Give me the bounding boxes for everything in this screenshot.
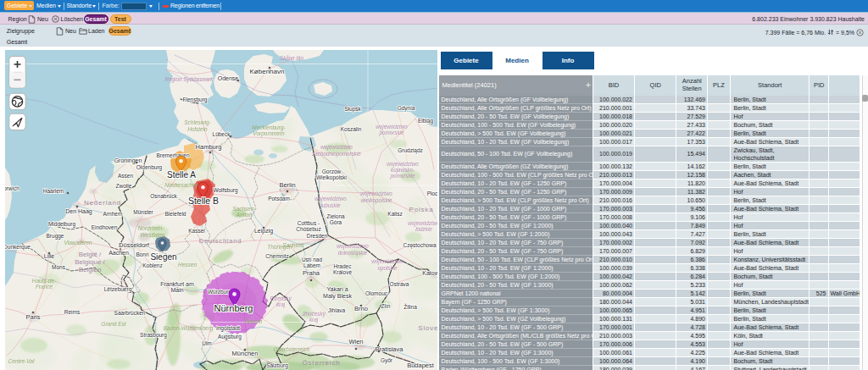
svg-text:België /: België / <box>79 251 102 258</box>
svg-text:Częstochowa: Częstochowa <box>403 242 436 249</box>
svg-text:Nordrhein-: Nordrhein- <box>138 225 165 231</box>
svg-text:Eindhoven: Eindhoven <box>92 224 118 230</box>
svg-text:Schleswig-: Schleswig- <box>184 119 211 126</box>
svg-text:Sloven: Sloven <box>418 324 437 332</box>
svg-text:Chóśebuz: Chóśebuz <box>296 226 320 232</box>
svg-text:Stelle B: Stelle B <box>188 196 219 206</box>
svg-text:łódzkie: łódzkie <box>415 226 432 232</box>
svg-text:Olomouc: Olomouc <box>365 290 388 296</box>
svg-text:Polska: Polska <box>409 206 434 213</box>
svg-text:Brugge: Brugge <box>47 233 64 240</box>
svg-text:Sachsen-: Sachsen- <box>232 206 256 212</box>
svg-text:pomorskie: pomorskie <box>389 173 415 179</box>
svg-text:Wien: Wien <box>348 338 363 345</box>
svg-text:Hessen: Hessen <box>178 262 197 268</box>
svg-text:pomorskie: pomorskie <box>378 130 404 136</box>
svg-text:Niedersachsen: Niedersachsen <box>164 182 202 188</box>
svg-text:Mons: Mons <box>52 264 66 270</box>
svg-text:województwo: województwo <box>320 144 353 151</box>
svg-text:Frankfurt am: Frankfurt am <box>160 281 194 287</box>
svg-text:Würzburg: Würzburg <box>208 289 232 295</box>
svg-text:Den Haag: Den Haag <box>65 208 92 215</box>
svg-text:Wielkopolski: Wielkopolski <box>316 174 347 181</box>
svg-text:København: København <box>250 68 285 75</box>
svg-text:Deutschland: Deutschland <box>199 237 242 245</box>
svg-text:Haarlem: Haarlem <box>43 188 64 194</box>
svg-text:Norwich: Norwich <box>5 185 19 191</box>
svg-text:Region Syddanmark: Region Syddanmark <box>164 76 214 83</box>
svg-text:Słupsk: Słupsk <box>344 106 361 113</box>
svg-text:województwo: województwo <box>337 243 369 250</box>
svg-text:Hradec: Hradec <box>334 263 353 269</box>
svg-text:Westfalen: Westfalen <box>141 232 165 238</box>
svg-text:Sachsen: Sachsen <box>282 242 304 248</box>
svg-text:Yakari a: Yakari a <box>326 286 348 292</box>
svg-text:Bielefeld: Bielefeld <box>165 211 186 217</box>
svg-text:Ingolstadt: Ingolstadt <box>216 325 240 332</box>
svg-text:Düsseldorf: Düsseldorf <box>119 241 150 249</box>
svg-text:Centre-Val: Centre-Val <box>8 358 35 364</box>
svg-text:Oldenburg: Oldenburg <box>136 164 163 171</box>
svg-text:Münster: Münster <box>133 209 153 215</box>
svg-text:Lëtzebuerg: Lëtzebuerg <box>104 286 132 293</box>
svg-text:Grand Est: Grand Est <box>101 321 126 327</box>
svg-text:Jihlava: Jihlava <box>328 307 346 313</box>
svg-text:Płoc: Płoc <box>427 191 437 196</box>
svg-text:Dunkerque: Dunkerque <box>5 244 31 251</box>
svg-text:Budapest: Budapest <box>407 362 435 369</box>
svg-text:Hauts-de-: Hauts-de- <box>32 278 57 284</box>
svg-text:Wolfsburg: Wolfsburg <box>213 187 238 194</box>
svg-text:kraj: kraj <box>276 301 286 308</box>
svg-text:województwo: województwo <box>371 258 403 265</box>
svg-text:Österreich: Österreich <box>303 359 341 367</box>
svg-text:Gdynia: Gdynia <box>398 105 415 112</box>
svg-text:Győr: Győr <box>381 357 393 364</box>
svg-text:Nederland: Nederland <box>84 199 121 207</box>
svg-text:Ulm: Ulm <box>202 340 212 346</box>
svg-text:Zwolle: Zwolle <box>116 183 132 189</box>
svg-text:Belgique /: Belgique / <box>75 258 105 266</box>
svg-text:Oberösterreich: Oberösterreich <box>274 346 310 352</box>
svg-text:dolnośląskie: dolnośląskie <box>338 250 368 257</box>
svg-text:Paris: Paris <box>25 313 40 321</box>
svg-text:Augsburg: Augsburg <box>218 334 242 340</box>
svg-text:Anhalt: Anhalt <box>236 212 253 218</box>
svg-text:Katow: Katow <box>422 270 437 276</box>
svg-text:Gorzów: Gorzów <box>322 168 342 174</box>
svg-text:France: France <box>36 284 53 290</box>
svg-text:Kalisz: Kalisz <box>387 211 402 217</box>
svg-text:Middelburg: Middelburg <box>48 221 76 228</box>
svg-text:opolskie: opolskie <box>377 265 398 272</box>
svg-text:wielkopolskie: wielkopolskie <box>360 197 392 204</box>
svg-text:Arnhem: Arnhem <box>103 211 123 217</box>
svg-text:Cottbus -: Cottbus - <box>298 220 320 226</box>
svg-text:Vlaanderen: Vlaanderen <box>64 240 92 246</box>
svg-text:Strasbourg: Strasbourg <box>140 332 167 339</box>
svg-text:Potsdam: Potsdam <box>268 196 290 202</box>
svg-text:Elbląg: Elbląg <box>418 118 433 124</box>
svg-text:Main: Main <box>170 287 183 293</box>
svg-text:Dresden: Dresden <box>307 233 328 239</box>
svg-text:Grudziądz: Grudziądz <box>398 147 423 154</box>
svg-text:Holstein: Holstein <box>187 126 208 132</box>
svg-text:Koszalin: Koszalin <box>341 126 362 132</box>
svg-text:Koblenz: Koblenz <box>142 262 163 268</box>
svg-text:Ústí nad: Ústí nad <box>302 256 323 262</box>
svg-text:Odense: Odense <box>218 75 239 81</box>
svg-text:Nürnberg: Nürnberg <box>214 303 253 313</box>
svg-text:Bonn: Bonn <box>136 251 149 257</box>
svg-text:Zielona: Zielona <box>326 213 345 219</box>
svg-text:Góra: Góra <box>330 219 342 225</box>
svg-text:Reims: Reims <box>64 309 81 315</box>
svg-text:Skåne län: Skåne län <box>280 55 304 61</box>
svg-text:Baden-Württemberg: Baden-Württemberg <box>164 325 214 332</box>
svg-text:Králové: Králové <box>333 269 352 275</box>
svg-text:Bayern: Bayern <box>245 318 263 325</box>
svg-text:Hamburg: Hamburg <box>196 143 222 151</box>
svg-text:Salzburg: Salzburg <box>266 362 288 369</box>
svg-text:Lübeck: Lübeck <box>213 131 231 137</box>
svg-text:Zlín: Zlín <box>381 303 391 309</box>
svg-text:München: München <box>232 350 259 357</box>
svg-text:Assen: Assen <box>118 173 133 179</box>
svg-text:zachodniopomorskie: zachodniopomorskie <box>311 151 361 157</box>
